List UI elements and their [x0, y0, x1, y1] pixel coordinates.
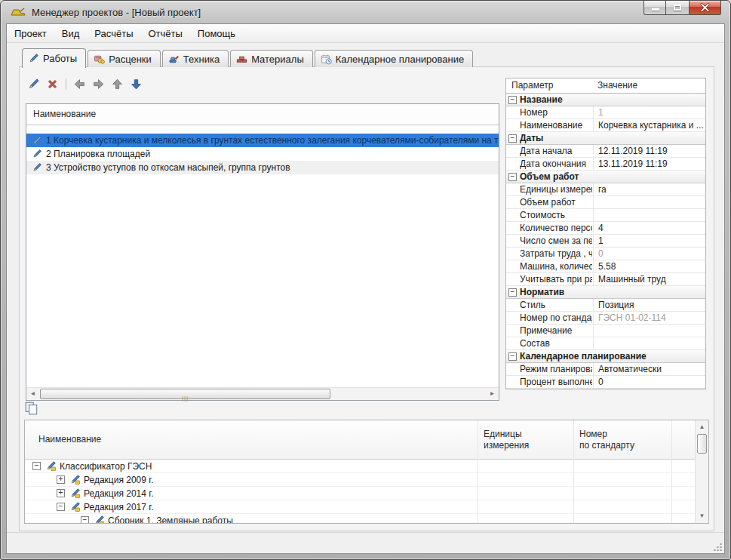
property-row[interactable]: Режим планированияАвтоматически: [506, 363, 705, 376]
scroll-right-icon[interactable]: ►: [486, 388, 499, 400]
tree-item[interactable]: − Классификатор ГЭСН: [25, 460, 695, 473]
column-header-units[interactable]: Единицыизмерения: [484, 429, 529, 451]
collapse-icon[interactable]: −: [57, 503, 65, 511]
property-value[interactable]: Позиция: [593, 299, 705, 311]
property-value[interactable]: 0: [593, 248, 705, 260]
tree-item-label: Редакция 2017 г.: [84, 500, 154, 514]
tab-rates[interactable]: Расценки: [88, 50, 161, 67]
title-bar[interactable]: Менеджер проектов - [Новый проект]: [1, 1, 730, 23]
property-row[interactable]: Затраты труда , ч...0: [506, 248, 705, 260]
menu-reports[interactable]: Отчёты: [140, 24, 189, 42]
minimize-icon: [652, 8, 659, 11]
column-header-name[interactable]: Наименование: [38, 434, 101, 445]
property-value[interactable]: 13.11.2019 11:19: [593, 158, 705, 170]
tree-item[interactable]: − Редакция 2017 г.: [25, 500, 695, 514]
horizontal-scrollbar[interactable]: ◄ ||| ►: [26, 387, 499, 400]
property-group-row[interactable]: −Календарное планирование: [506, 350, 705, 363]
property-row[interactable]: Машина, количест...5.58: [506, 260, 705, 273]
tree-item[interactable]: + Редакция 2014 г.: [25, 487, 695, 500]
tab-works[interactable]: Работы: [22, 48, 86, 68]
property-value[interactable]: Автоматически: [593, 363, 705, 375]
menu-help[interactable]: Помощь: [190, 24, 243, 42]
property-row[interactable]: Состав: [506, 337, 705, 350]
menu-view[interactable]: Вид: [54, 24, 88, 42]
delete-button[interactable]: [45, 77, 60, 91]
property-value[interactable]: [593, 196, 705, 208]
property-row[interactable]: Дата окончания13.11.2019 11:19: [506, 158, 705, 171]
property-value[interactable]: 12.11.2019 11:19: [593, 145, 705, 157]
property-row[interactable]: НаименованиеКорчевка кустарника и ...: [506, 119, 705, 132]
collapse-icon[interactable]: −: [508, 288, 517, 297]
property-row[interactable]: Учитывать при ра...Машинный труд: [506, 273, 705, 286]
collapse-icon[interactable]: −: [508, 96, 517, 104]
property-value[interactable]: 1: [593, 235, 705, 247]
menu-project[interactable]: Проект: [7, 24, 54, 42]
move-up-button[interactable]: [110, 77, 124, 91]
vertical-scrollbar[interactable]: ▲ ▼: [695, 420, 708, 523]
tree-item[interactable]: + Редакция 2009 г.: [25, 473, 695, 487]
column-header-standard-number[interactable]: Номерпо стандарту: [579, 429, 634, 451]
property-value[interactable]: [593, 325, 705, 337]
property-row[interactable]: Процент выполне...0: [506, 376, 705, 389]
property-group-row[interactable]: −Объем работ: [506, 171, 705, 183]
scroll-down-icon[interactable]: ▼: [696, 510, 708, 522]
property-value[interactable]: Машинный труд: [593, 273, 705, 285]
property-value[interactable]: Корчевка кустарника и ...: [593, 119, 705, 131]
property-group-row[interactable]: −Норматив: [506, 286, 705, 299]
work-row-label: 1 Корчевка кустарника и мелколесья в гру…: [46, 135, 499, 146]
expand-icon[interactable]: +: [57, 489, 65, 497]
scroll-up-icon[interactable]: ▲: [696, 421, 708, 433]
minimize-button[interactable]: [643, 1, 666, 15]
tab-machinery[interactable]: Техника: [162, 50, 229, 67]
property-row[interactable]: Дата начала12.11.2019 11:19: [506, 145, 705, 158]
property-value[interactable]: 1: [593, 106, 705, 118]
tree-item[interactable]: − Сборник 1. Земляные работы: [25, 514, 695, 523]
work-row[interactable]: 1 Корчевка кустарника и мелколесья в гру…: [26, 134, 499, 147]
property-value[interactable]: 4: [593, 222, 705, 234]
classifier-table: Наименование Единицыизмерения Номерпо ст…: [24, 420, 709, 524]
resize-grip[interactable]: [713, 542, 723, 552]
scroll-left-icon[interactable]: ◄: [26, 388, 39, 400]
close-icon: [690, 1, 720, 14]
property-value[interactable]: га: [593, 183, 705, 195]
work-row[interactable]: 3 Устройство уступов по откосам насыпей,…: [26, 161, 499, 174]
property-value[interactable]: ГЭСН 01-02-114: [593, 312, 705, 324]
property-value[interactable]: 5.58: [593, 260, 705, 272]
property-row[interactable]: Примечание: [506, 325, 705, 337]
copy-button[interactable]: [24, 401, 41, 417]
property-row[interactable]: Стоимость: [506, 209, 705, 222]
tab-materials[interactable]: Материалы: [230, 50, 313, 67]
app-window: Менеджер проектов - [Новый проект] Проек…: [0, 0, 731, 560]
property-group-row[interactable]: −Даты: [506, 132, 705, 145]
menu-calculations[interactable]: Расчёты: [87, 24, 140, 42]
property-group-row[interactable]: −Название: [506, 94, 705, 106]
edit-button[interactable]: [26, 77, 41, 91]
collapse-icon[interactable]: −: [508, 134, 517, 143]
property-row[interactable]: Номер1: [506, 106, 705, 119]
property-row[interactable]: СтильПозиция: [506, 299, 705, 312]
property-row[interactable]: Единицы измеренияга: [506, 183, 705, 196]
move-right-button[interactable]: [91, 77, 106, 91]
move-down-button[interactable]: [129, 77, 143, 91]
maximize-button[interactable]: [666, 1, 689, 15]
scrollbar-thumb[interactable]: |||: [40, 389, 330, 399]
property-row[interactable]: Объем работ: [506, 196, 705, 209]
column-header-name[interactable]: Наименование: [26, 104, 499, 125]
collapse-icon[interactable]: −: [81, 516, 89, 523]
property-value[interactable]: 0: [593, 376, 705, 388]
scrollbar-thumb[interactable]: [697, 434, 707, 454]
work-row[interactable]: 2 Планировка площадей: [26, 147, 499, 161]
collapse-icon[interactable]: −: [32, 462, 41, 470]
close-button[interactable]: [689, 1, 721, 15]
property-row[interactable]: Число смен за пер...1: [506, 235, 705, 248]
expand-icon[interactable]: +: [57, 475, 65, 484]
property-value[interactable]: [593, 337, 705, 349]
property-value[interactable]: [593, 209, 705, 221]
property-row[interactable]: Количество персо...4: [506, 222, 705, 235]
move-left-button[interactable]: [72, 77, 87, 91]
splitter[interactable]: [499, 78, 505, 389]
collapse-icon[interactable]: −: [508, 352, 517, 361]
tab-calendar-planning[interactable]: Календарное планирование: [315, 50, 474, 67]
collapse-icon[interactable]: −: [508, 173, 517, 181]
property-row[interactable]: Номер по стандартуГЭСН 01-02-114: [506, 312, 705, 325]
